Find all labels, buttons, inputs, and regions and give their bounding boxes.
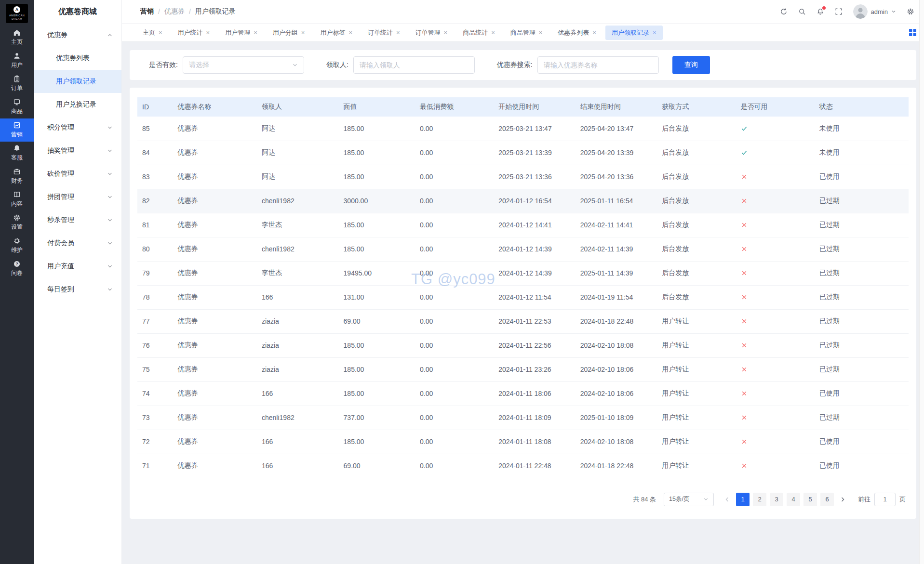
rail-item-label: 内容 xyxy=(11,200,23,208)
cell-value: 3000.00 xyxy=(339,189,415,213)
goto-page-input[interactable] xyxy=(874,493,896,506)
search-icon[interactable] xyxy=(798,8,806,15)
rail-item-service[interactable]: 客服 xyxy=(0,142,34,165)
settings-gear-icon[interactable] xyxy=(907,8,914,15)
tab-close-icon[interactable]: × xyxy=(301,29,305,36)
table-row: 84优惠券阿达185.000.002025-03-21 13:392025-04… xyxy=(137,141,909,165)
tab-options-grid-icon[interactable] xyxy=(909,29,916,36)
tab-close-icon[interactable]: × xyxy=(491,29,495,36)
rail-item-order[interactable]: 订单 xyxy=(0,72,34,95)
fullscreen-icon[interactable] xyxy=(835,8,843,15)
tab-用户领取记录[interactable]: 用户领取记录 × xyxy=(605,26,663,40)
breadcrumb-item[interactable]: 优惠券 xyxy=(164,7,185,16)
tab-label: 订单统计 xyxy=(368,28,393,37)
cell-method: 用户转让 xyxy=(657,381,736,406)
rail-item-settings[interactable]: 设置 xyxy=(0,211,34,234)
menu-group-0[interactable]: 优惠券 xyxy=(34,24,121,47)
page-button-3[interactable]: 3 xyxy=(770,493,783,506)
tab-close-icon[interactable]: × xyxy=(539,29,543,36)
page-button-1[interactable]: 1 xyxy=(736,493,750,506)
tab-用户分组[interactable]: 用户分组 × xyxy=(267,26,311,40)
cell-available xyxy=(736,213,815,237)
table-row: 81优惠券李世杰185.000.002024-01-12 14:412024-0… xyxy=(137,213,909,237)
tab-订单统计[interactable]: 订单统计 × xyxy=(362,26,406,40)
menu-group-3[interactable]: 砍价管理 xyxy=(34,162,121,185)
cell-start: 2024-01-11 18:08 xyxy=(494,430,576,454)
rail-item-maintenance[interactable]: 维护 xyxy=(0,234,34,257)
page-button-4[interactable]: 4 xyxy=(787,493,800,506)
rail-item-survey[interactable]: ? 问卷 xyxy=(0,257,34,280)
cell-start: 2024-01-12 11:54 xyxy=(494,285,576,309)
menu-group-2[interactable]: 抽奖管理 xyxy=(34,139,121,162)
cell-receiver: chenli1982 xyxy=(257,237,339,261)
page-size-select[interactable]: 15条/页 xyxy=(664,493,714,506)
tab-close-icon[interactable]: × xyxy=(653,29,656,36)
column-header: ID xyxy=(137,97,173,117)
tab-用户管理[interactable]: 用户管理 × xyxy=(219,26,264,40)
app-title: 优惠卷商城 xyxy=(34,0,121,24)
tab-用户标签[interactable]: 用户标签 × xyxy=(314,26,359,40)
menu-subitem-0-1[interactable]: 用户领取记录 xyxy=(34,70,121,93)
rail-item-user[interactable]: 用户 xyxy=(0,49,34,72)
page-button-2[interactable]: 2 xyxy=(753,493,766,506)
rail-item-label: 维护 xyxy=(11,246,23,254)
tab-label: 用户管理 xyxy=(225,28,250,37)
tab-close-icon[interactable]: × xyxy=(254,29,257,36)
table-row: 80优惠券chenli1982185.000.002024-01-12 14:3… xyxy=(137,237,909,261)
receiver-input[interactable] xyxy=(360,61,469,69)
menu-group-5[interactable]: 秒杀管理 xyxy=(34,209,121,232)
breadcrumb-item[interactable]: 用户领取记录 xyxy=(195,7,236,16)
cell-method: 用户转让 xyxy=(657,357,736,381)
tab-订单管理[interactable]: 订单管理 × xyxy=(409,26,454,40)
rail-item-home[interactable]: 主页 xyxy=(0,26,34,49)
rail-item-label: 商品 xyxy=(11,107,23,116)
notification-bell-icon[interactable] xyxy=(817,8,824,15)
rail-item-finance[interactable]: 财务 xyxy=(0,165,34,188)
cell-method: 用户转让 xyxy=(657,333,736,357)
page-button-5[interactable]: 5 xyxy=(803,493,817,506)
rail-item-label: 营销 xyxy=(11,131,23,139)
cell-value: 185.00 xyxy=(339,237,415,261)
rail-item-content[interactable]: 内容 xyxy=(0,188,34,211)
tab-close-icon[interactable]: × xyxy=(444,29,448,36)
search-button[interactable]: 查询 xyxy=(672,56,710,74)
tab-close-icon[interactable]: × xyxy=(348,29,352,36)
menu-group-1[interactable]: 积分管理 xyxy=(34,116,121,139)
column-header: 最低消费额 xyxy=(415,97,494,117)
column-header: 领取人 xyxy=(257,97,339,117)
cell-start: 2025-03-21 13:39 xyxy=(494,141,576,165)
app-logo[interactable]: A AMERICAN DREAM xyxy=(6,4,28,23)
menu-group-8[interactable]: 每日签到 xyxy=(34,278,121,301)
page-button-6[interactable]: 6 xyxy=(820,493,834,506)
cell-method: 用户转让 xyxy=(657,430,736,454)
next-page-icon[interactable] xyxy=(837,493,848,506)
menu-group-6[interactable]: 付费会员 xyxy=(34,232,121,255)
menu-group-7[interactable]: 用户充值 xyxy=(34,255,121,278)
menu-subitem-0-0[interactable]: 优惠券列表 xyxy=(34,47,121,70)
tab-close-icon[interactable]: × xyxy=(159,29,162,36)
cell-value: 185.00 xyxy=(339,117,415,141)
tab-close-icon[interactable]: × xyxy=(592,29,596,36)
submenu-nav: 优惠券 优惠券列表 用户领取记录 用户兑换记录 积分管理 抽奖管理 砍价管理 拼… xyxy=(34,24,121,301)
cell-min: 0.00 xyxy=(415,261,494,285)
rail-item-marketing[interactable]: 营销 xyxy=(0,118,34,142)
tab-close-icon[interactable]: × xyxy=(396,29,400,36)
valid-filter-select[interactable]: 请选择 xyxy=(183,56,304,74)
rail-item-goods[interactable]: 商品 xyxy=(0,95,34,118)
menu-group-4[interactable]: 拼团管理 xyxy=(34,185,121,209)
tab-优惠券列表[interactable]: 优惠券列表 × xyxy=(551,26,603,40)
tab-商品统计[interactable]: 商品统计 × xyxy=(456,26,501,40)
available-check-icon xyxy=(741,125,810,132)
tab-close-icon[interactable]: × xyxy=(206,29,210,36)
user-menu[interactable]: admin xyxy=(853,4,896,19)
prev-page-icon[interactable] xyxy=(722,493,733,506)
chevron-down-icon xyxy=(107,194,113,200)
coupon-search-input[interactable] xyxy=(544,61,653,69)
window-scrollbar[interactable] xyxy=(919,0,924,564)
receiver-input-wrap xyxy=(353,56,475,74)
tab-商品管理[interactable]: 商品管理 × xyxy=(504,26,549,40)
tab-主页[interactable]: 主页 × xyxy=(136,26,169,40)
refresh-icon[interactable] xyxy=(780,8,788,15)
menu-subitem-0-2[interactable]: 用户兑换记录 xyxy=(34,93,121,116)
tab-用户统计[interactable]: 用户统计 × xyxy=(172,26,216,40)
